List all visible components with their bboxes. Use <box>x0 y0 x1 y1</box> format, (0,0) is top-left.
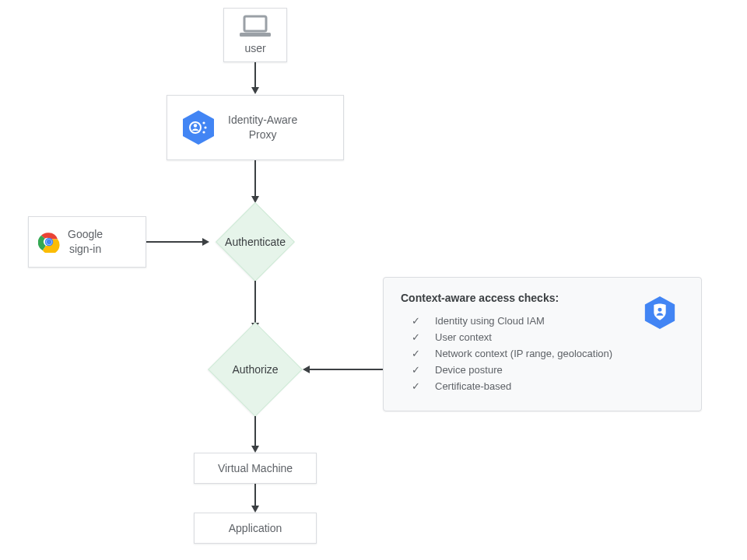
check-icon: ✓ <box>412 331 421 343</box>
node-virtual-machine: Virtual Machine <box>194 453 317 484</box>
node-authenticate-label: Authenticate <box>225 236 286 248</box>
check-icon: ✓ <box>412 315 421 327</box>
arrowhead-signin-to-auth <box>202 238 209 246</box>
arrow-context-to-authorize <box>310 369 383 370</box>
node-vm-label: Virtual Machine <box>218 461 293 476</box>
diagram-canvas: user Identity-Aware Proxy <box>0 0 747 560</box>
arrow-vm-to-app <box>254 484 256 506</box>
node-application: Application <box>194 513 317 544</box>
node-app-label: Application <box>229 521 282 536</box>
context-item: ✓Network context (IP range, geolocation) <box>401 348 684 359</box>
arrow-iap-to-auth <box>254 160 256 196</box>
svg-point-7 <box>202 131 205 133</box>
svg-rect-0 <box>244 16 266 31</box>
node-authorize: Authorize <box>209 323 302 416</box>
svg-point-4 <box>194 124 197 127</box>
arrow-signin-to-auth <box>146 241 202 243</box>
svg-marker-2 <box>183 110 214 145</box>
svg-rect-1 <box>240 33 271 37</box>
svg-point-11 <box>47 240 51 244</box>
node-user: user <box>223 8 287 62</box>
context-item: ✓Device posture <box>401 364 684 376</box>
context-item: ✓Certificate-based <box>401 380 684 392</box>
svg-point-5 <box>202 121 205 124</box>
arrowhead-vm-to-app <box>251 506 259 513</box>
svg-point-13 <box>658 308 662 312</box>
node-signin-label-2: sign-in <box>68 242 103 257</box>
security-hexagon-icon <box>642 295 678 331</box>
svg-point-6 <box>204 126 206 128</box>
laptop-icon <box>238 15 272 38</box>
arrowhead-context-to-authorize <box>303 366 310 373</box>
check-icon: ✓ <box>412 380 421 392</box>
arrowhead-user-to-iap <box>251 87 259 94</box>
arrow-authorize-to-vm <box>254 416 256 446</box>
node-context-aware-access: Context-aware access checks: ✓Identity u… <box>383 277 702 411</box>
arrowhead-authorize-to-vm <box>251 446 259 453</box>
check-icon: ✓ <box>412 364 421 376</box>
check-icon: ✓ <box>412 348 421 359</box>
context-item: ✓User context <box>401 331 684 343</box>
iap-hexagon-icon <box>180 109 217 146</box>
node-iap-label-1: Identity-Aware <box>228 113 297 128</box>
node-iap-label-2: Proxy <box>228 128 297 142</box>
chrome-icon <box>38 231 60 253</box>
node-authorize-label: Authorize <box>232 363 278 376</box>
arrow-user-to-iap <box>254 62 256 87</box>
node-identity-aware-proxy: Identity-Aware Proxy <box>167 95 344 160</box>
node-google-signin: Google sign-in <box>28 216 146 268</box>
node-user-label: user <box>244 41 265 56</box>
arrow-auth-to-authorize <box>254 281 256 323</box>
node-signin-label-1: Google <box>68 227 103 242</box>
node-authenticate: Authenticate <box>216 203 294 281</box>
